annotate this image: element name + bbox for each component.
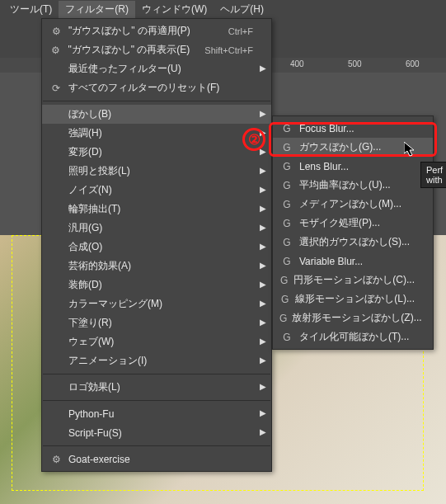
menu-item-decor[interactable]: 装飾(D)▶ xyxy=(42,276,271,294)
chevron-right-icon: ▶ xyxy=(260,318,266,327)
gegl-icon: G xyxy=(279,294,290,305)
menu-item-light[interactable]: 照明と投影(L)▶ xyxy=(42,162,271,181)
menu-item-web[interactable]: ウェブ(W)▶ xyxy=(42,332,271,351)
menu-item-reset-all[interactable]: ⟳ すべてのフィルターのリセット(F) xyxy=(42,78,271,97)
chevron-right-icon: ▶ xyxy=(260,185,266,194)
gegl-icon: G xyxy=(279,142,294,153)
chevron-right-icon: ▶ xyxy=(260,299,266,308)
reset-icon: ⟳ xyxy=(49,82,63,94)
sub-variable-blur[interactable]: GVariable Blur... xyxy=(273,252,433,271)
menu-item-blur[interactable]: ぼかし(B)▶ xyxy=(42,105,271,124)
gegl-icon: G xyxy=(279,332,294,343)
sub-tileable-blur[interactable]: Gタイル化可能ぼかし(T)... xyxy=(273,327,433,346)
gegl-icon: G xyxy=(279,199,294,210)
menu-item-pythonfu[interactable]: Python-Fu▶ xyxy=(42,404,271,423)
sub-median-blur[interactable]: Gメディアンぼかし(M)... xyxy=(273,195,433,214)
menu-item-recent[interactable]: 最近使ったフィルター(U) ▶ xyxy=(42,59,271,78)
annotation-number: ② xyxy=(242,128,265,151)
menu-item-combine[interactable]: 合成(O)▶ xyxy=(42,238,271,257)
menu-filters[interactable]: フィルター(R) xyxy=(59,1,135,18)
gear-icon: ⚙ xyxy=(49,45,63,56)
menu-item-distort[interactable]: 変形(D)▶ xyxy=(42,143,271,162)
chevron-right-icon: ▶ xyxy=(260,242,266,251)
menu-item-colormap[interactable]: カラーマッピング(M)▶ xyxy=(42,294,271,313)
menubar: ツール(T) フィルター(R) ウィンドウ(W) ヘルプ(H) xyxy=(0,0,446,18)
blur-submenu: GFocus Blur... Gガウスぼかし(G)... GLens Blur.… xyxy=(272,115,434,350)
tooltip-line: Perf xyxy=(426,165,443,175)
sub-zoom-motion[interactable]: G放射形モーションぼかし(Z)... xyxy=(273,309,433,327)
ruler-tick: 600 xyxy=(406,59,420,68)
chevron-right-icon: ▶ xyxy=(260,427,266,436)
ruler-tick: 500 xyxy=(348,59,362,68)
menu-tools[interactable]: ツール(T) xyxy=(3,1,59,18)
gegl-icon: G xyxy=(279,180,294,191)
menu-item-logo[interactable]: ロゴ効果(L)▶ xyxy=(42,378,271,397)
gegl-icon: G xyxy=(279,313,287,324)
tooltip: Perf with xyxy=(420,162,446,188)
sub-mean-curvature[interactable]: G平均曲率ぼかし(U)... xyxy=(273,176,433,195)
menu-item-render[interactable]: 下塗り(R)▶ xyxy=(42,313,271,332)
chevron-right-icon: ▶ xyxy=(260,408,266,417)
chevron-right-icon: ▶ xyxy=(260,109,266,118)
chevron-right-icon: ▶ xyxy=(260,64,266,73)
menu-item-reapply[interactable]: ⚙ "ガウスぼかし" の再適用(P) Ctrl+F xyxy=(42,21,271,40)
gegl-icon: G xyxy=(279,237,294,248)
chevron-right-icon: ▶ xyxy=(260,261,266,270)
chevron-right-icon: ▶ xyxy=(260,337,266,346)
gegl-icon: G xyxy=(279,161,294,172)
gear-icon: ⚙ xyxy=(49,454,63,465)
sub-circular-motion[interactable]: G円形モーションぼかし(C)... xyxy=(273,271,433,290)
menu-separator xyxy=(43,445,270,446)
sub-focus-blur[interactable]: GFocus Blur... xyxy=(273,119,433,138)
chevron-right-icon: ▶ xyxy=(260,204,266,213)
sub-gaussian-blur[interactable]: Gガウスぼかし(G)... xyxy=(273,138,433,157)
menu-separator xyxy=(43,101,270,101)
sub-lens-blur[interactable]: GLens Blur... xyxy=(273,157,433,176)
menu-item-reshow[interactable]: ⚙ "ガウスぼかし" の再表示(E) Shift+Ctrl+F xyxy=(42,40,271,59)
chevron-right-icon: ▶ xyxy=(260,356,266,365)
sub-pixelize[interactable]: Gモザイク処理(P)... xyxy=(273,214,433,233)
menu-item-scriptfu[interactable]: Script-Fu(S)▶ xyxy=(42,423,271,442)
menu-item-enhance[interactable]: 強調(H)▶ xyxy=(42,124,271,143)
menu-item-animation[interactable]: アニメーション(I)▶ xyxy=(42,351,271,370)
sub-linear-motion[interactable]: G線形モーションぼかし(L)... xyxy=(273,290,433,309)
menu-item-generic[interactable]: 汎用(G)▶ xyxy=(42,219,271,238)
gegl-icon: G xyxy=(279,218,294,229)
ruler-tick: 400 xyxy=(290,59,304,68)
chevron-right-icon: ▶ xyxy=(260,223,266,232)
filters-dropdown: ⚙ "ガウスぼかし" の再適用(P) Ctrl+F ⚙ "ガウスぼかし" の再表… xyxy=(41,18,272,472)
menu-item-goat[interactable]: ⚙Goat-exercise xyxy=(42,450,271,469)
menu-separator xyxy=(43,374,270,374)
gegl-icon: G xyxy=(279,256,294,267)
menu-item-noise[interactable]: ノイズ(N)▶ xyxy=(42,181,271,200)
gear-icon: ⚙ xyxy=(49,26,63,37)
chevron-right-icon: ▶ xyxy=(260,280,266,289)
menu-window[interactable]: ウィンドウ(W) xyxy=(135,1,214,18)
sub-selective-gaussian[interactable]: G選択的ガウスぼかし(S)... xyxy=(273,233,433,252)
menu-item-artistic[interactable]: 芸術的効果(A)▶ xyxy=(42,257,271,276)
gegl-icon: G xyxy=(279,275,289,286)
tooltip-line: with xyxy=(426,175,443,185)
chevron-right-icon: ▶ xyxy=(260,382,266,391)
menu-separator xyxy=(43,400,270,401)
chevron-right-icon: ▶ xyxy=(260,166,266,175)
menu-item-edge[interactable]: 輪郭抽出(T)▶ xyxy=(42,200,271,219)
menu-help[interactable]: ヘルプ(H) xyxy=(214,1,270,18)
gegl-icon: G xyxy=(279,123,294,134)
